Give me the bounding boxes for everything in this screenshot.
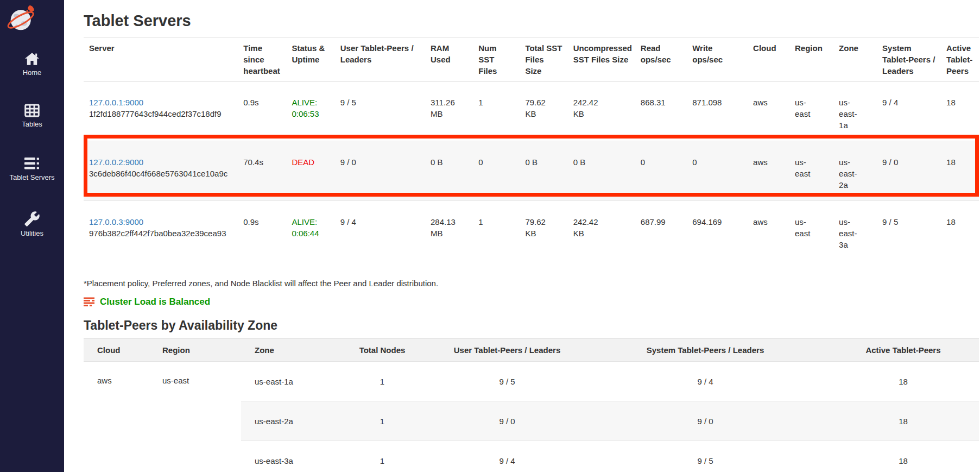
cell-total-sst: 0 B: [520, 141, 567, 201]
cell-zone: us-east-1a: [833, 81, 877, 141]
cell-status: ALIVE: 0:06:53: [287, 81, 335, 141]
table-header-row: Server Time since heartbeat Status & Upt…: [84, 38, 979, 81]
uptime-text: 0:06:53: [292, 109, 319, 118]
cell-write-ops: 871.098: [687, 81, 748, 141]
cell-zone: us-east-2a: [241, 401, 333, 441]
col-zone: Zone: [241, 339, 333, 362]
uptime-text: 0:06:44: [292, 229, 319, 238]
yugabyte-logo[interactable]: [7, 4, 38, 33]
server-link[interactable]: 127.0.0.1:9000: [89, 98, 143, 107]
col-system-peers: System Tablet-Peers / Leaders: [877, 38, 941, 81]
col-read-ops: Read ops/sec: [635, 38, 687, 81]
col-user-peers: User Tablet-Peers / Leaders: [335, 38, 425, 81]
col-total-nodes: Total Nodes: [333, 339, 431, 362]
cell-ram: 284.13 MB: [425, 201, 473, 261]
status-text: ALIVE:: [292, 217, 318, 226]
cell-zone: us-east-2a: [833, 141, 877, 201]
az-header-row: Cloud Region Zone Total Nodes User Table…: [84, 339, 979, 362]
cell-active-peers: 18: [827, 401, 979, 441]
col-cloud: Cloud: [84, 339, 149, 362]
col-uncompressed-sst: Uncompressed SST Files Size: [568, 38, 635, 81]
col-total-sst: Total SST Files Size: [520, 38, 567, 81]
tablet-servers-icon: [23, 156, 41, 171]
col-status: Status & Uptime: [287, 38, 335, 81]
main-content: Tablet Servers Server Time since heartbe…: [64, 0, 980, 472]
cell-system-peers: 9 / 0: [583, 401, 827, 441]
col-region: Region: [149, 339, 241, 362]
cell-server: 127.0.0.1:9000 1f2fd188777643cf944ced2f3…: [84, 81, 238, 141]
tablet-servers-table: Server Time since heartbeat Status & Upt…: [84, 37, 979, 260]
sidebar-item-label: Home: [23, 68, 42, 77]
cell-status: ALIVE: 0:06:44: [287, 201, 335, 261]
cell-active-peers: 18: [941, 141, 979, 201]
col-system-peers: System Tablet-Peers / Leaders: [583, 339, 827, 362]
col-ram: RAM Used: [425, 38, 473, 81]
server-uuid: 1f2fd188777643cf944ced2f37c18df9: [89, 109, 222, 118]
cell-zone: us-east-3a: [833, 201, 877, 261]
col-num-sst: Num SST Files: [473, 38, 520, 81]
wrench-icon: [24, 211, 40, 227]
col-zone: Zone: [833, 38, 877, 81]
cell-cloud: aws: [84, 362, 149, 472]
cell-total-nodes: 1: [333, 441, 431, 472]
status-text: DEAD: [292, 158, 315, 167]
az-section-title: Tablet-Peers by Availability Zone: [84, 318, 980, 333]
sidebar-item-label: Tablet Servers: [9, 173, 54, 181]
cell-active-peers: 18: [941, 81, 979, 141]
cell-system-peers: 9 / 5: [877, 201, 941, 261]
server-row-1: 127.0.0.1:9000 1f2fd188777643cf944ced2f3…: [84, 81, 979, 141]
cell-system-peers: 9 / 4: [877, 81, 941, 141]
cell-zone: us-east-3a: [241, 441, 333, 472]
sidebar: Home Tables Tablet Servers Uti: [0, 0, 64, 472]
col-active-peers: Active Tablet-Peers: [941, 38, 979, 81]
cell-region: us-east: [789, 201, 833, 261]
cell-read-ops: 868.31: [635, 81, 687, 141]
cell-write-ops: 0: [687, 141, 748, 201]
cell-zone: us-east-1a: [241, 362, 333, 401]
cell-num-sst: 1: [473, 201, 520, 261]
col-cloud: Cloud: [748, 38, 789, 81]
server-row-3: 127.0.0.3:9000 976b382c2ff442f7ba0bea32e…: [84, 201, 979, 261]
page-title: Tablet Servers: [84, 12, 980, 30]
cell-ram: 311.26 MB: [425, 81, 473, 141]
server-uuid: 3c6deb86f40c4f668e5763041ce10a9c: [89, 169, 227, 178]
cell-total-nodes: 1: [333, 401, 431, 441]
tablet-servers-table-wrap: Server Time since heartbeat Status & Upt…: [84, 37, 979, 260]
cell-server: 127.0.0.2:9000 3c6deb86f40c4f668e5763041…: [84, 141, 238, 201]
sidebar-item-home[interactable]: Home: [0, 52, 64, 77]
cell-system-peers: 9 / 5: [583, 441, 827, 472]
sidebar-item-label: Utilities: [21, 229, 43, 237]
cell-uncompressed-sst: 0 B: [568, 141, 635, 201]
cell-num-sst: 0: [473, 141, 520, 201]
cluster-load-label: Cluster Load is Balanced: [100, 297, 210, 307]
sidebar-item-utilities[interactable]: Utilities: [0, 211, 64, 237]
server-link[interactable]: 127.0.0.2:9000: [89, 158, 143, 167]
cell-status: DEAD: [287, 141, 335, 201]
cell-num-sst: 1: [473, 81, 520, 141]
cell-read-ops: 687.99: [635, 201, 687, 261]
cell-active-peers: 18: [827, 362, 979, 401]
cell-total-nodes: 1: [333, 362, 431, 401]
cell-cloud: aws: [748, 81, 789, 141]
cell-cloud: aws: [748, 201, 789, 261]
cell-active-peers: 18: [827, 441, 979, 472]
cell-region: us-east: [789, 81, 833, 141]
col-active-peers: Active Tablet-Peers: [827, 339, 979, 362]
sidebar-item-tables[interactable]: Tables: [0, 103, 64, 128]
sidebar-item-tablet-servers[interactable]: Tablet Servers: [0, 156, 64, 181]
server-link[interactable]: 127.0.0.3:9000: [89, 217, 143, 226]
cell-uncompressed-sst: 242.42 KB: [568, 81, 635, 141]
home-icon: [24, 52, 40, 66]
cell-heartbeat: 0.9s: [238, 201, 286, 261]
balance-icon: [84, 297, 95, 307]
cell-region: us-east: [789, 141, 833, 201]
cluster-load-status: Cluster Load is Balanced: [84, 297, 980, 307]
sidebar-item-label: Tables: [22, 120, 42, 128]
cell-server: 127.0.0.3:9000 976b382c2ff442f7ba0bea32e…: [84, 201, 238, 261]
cell-cloud: aws: [748, 141, 789, 201]
cell-user-peers: 9 / 0: [431, 401, 583, 441]
cell-user-peers: 9 / 5: [431, 362, 583, 401]
az-table: Cloud Region Zone Total Nodes User Table…: [84, 338, 979, 472]
cell-user-peers: 9 / 0: [335, 141, 425, 201]
col-user-peers: User Tablet-Peers / Leaders: [431, 339, 583, 362]
